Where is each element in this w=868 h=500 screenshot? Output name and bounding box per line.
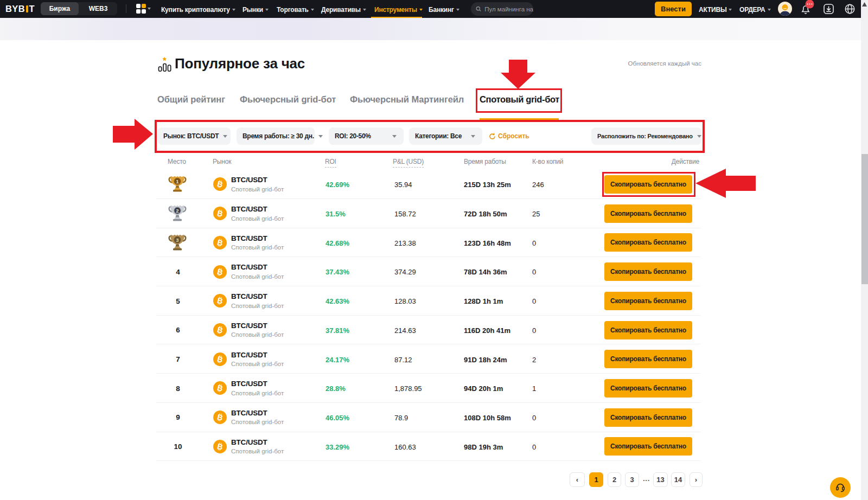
svg-text:2: 2 bbox=[176, 208, 178, 214]
svg-text:1: 1 bbox=[176, 178, 179, 184]
svg-text:3: 3 bbox=[176, 236, 178, 242]
